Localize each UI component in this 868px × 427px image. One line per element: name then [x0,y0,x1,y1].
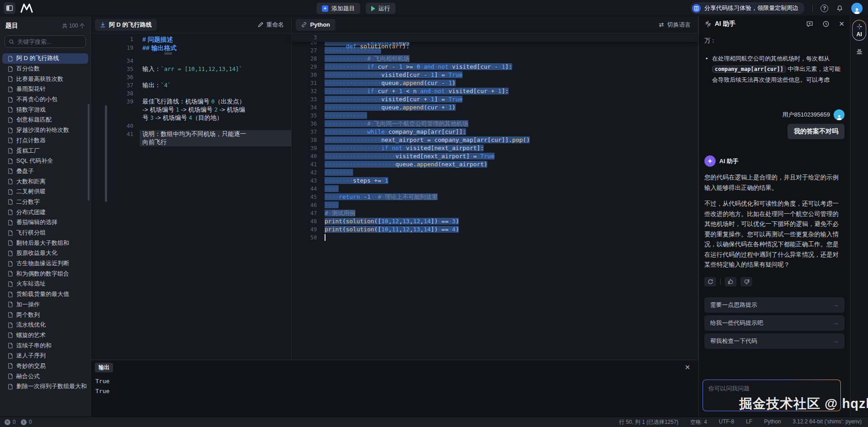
sidebar-item[interactable]: 连续子串的和 [2,340,88,351]
sidebar-item[interactable]: 火车站选址 [2,279,88,289]
sidebar-item[interactable]: 不再贪心的小包 [2,94,88,105]
code-line[interactable]: 28············#·飞向相邻机场 [292,55,698,63]
warnings-icon[interactable]: ! [21,419,27,425]
markdown-line[interactable]: 39最佳飞行路线：机场编号 0（出发点） -> 机场编号 1 -> 机场编号 2… [91,98,291,122]
output-close-button[interactable]: ✕ [684,363,690,372]
code-line[interactable]: 49print(solution([10,11,12,13,14])·==·4) [292,225,698,234]
code-line[interactable]: 39················if·not·visited[next_ai… [292,144,698,152]
promo-banner[interactable]: 分享代码练习体验，领限量定制周边 [690,2,805,14]
code-line[interactable]: 48print(solution([10,12,13,12,14])·==·3) [292,217,698,225]
sidebar-toggle-button[interactable] [4,2,15,14]
help-icon[interactable]: ? [821,5,828,12]
debug-button[interactable] [855,48,863,58]
history-icon[interactable] [822,20,830,28]
status-item[interactable]: LF [746,418,752,426]
folded-region-marker[interactable] [91,52,291,57]
sidebar-item[interactable]: 和为偶数的数字组合 [2,268,88,279]
sidebar-item[interactable]: 加一操作 [2,300,88,310]
code-line[interactable]: 32············if·cur·+·1·<·n·and·not·vis… [292,87,698,95]
sidebar-item[interactable]: 番茄编辑的选择 [2,217,88,228]
sidebar-item[interactable]: 货船载货量的最大值 [2,289,88,300]
sidebar-item[interactable]: 删除一次得到子数组最大和 [2,381,88,392]
markdown-line[interactable]: 19## 输出格式 [91,44,291,52]
markdown-line[interactable]: 1# 问题描述 [91,35,291,44]
markdown-editor[interactable]: 1# 问题描述19## 输出格式3435输入：`arr = [10,11,12,… [91,35,291,146]
problem-scrollbar[interactable] [105,105,107,202]
sidebar-item[interactable]: 阿 D 的飞行路线 [2,53,88,64]
code-line[interactable]: 36············#·飞向同一个航空公司管理的其他机场 [292,120,698,128]
code-line[interactable]: 41····················queue.append(next_… [292,160,698,169]
markdown-line[interactable]: 36 [91,73,291,81]
close-icon[interactable]: ✕ [839,20,844,28]
suggestion-button[interactable]: 需要一点思路提示→ [704,297,844,313]
bell-icon[interactable] [836,5,844,12]
search-input[interactable] [17,38,82,45]
status-item[interactable]: 空格: 4 [690,418,707,426]
sidebar-item[interactable]: 暴雨梨花针 [2,84,88,94]
code-line[interactable]: 38················next_airport·=·company… [292,136,698,144]
sidebar-item[interactable]: 穿越沙漠的补给次数 [2,125,88,136]
sidebar-item[interactable]: 流水线优化 [2,320,88,330]
sidebar-item[interactable]: 奇妙的交易 [2,361,88,371]
thumbs-down-button[interactable] [741,277,752,286]
new-chat-icon[interactable] [806,20,813,28]
regenerate-button[interactable] [704,277,716,286]
code-line[interactable]: 46···· [292,201,698,209]
sidebar-item[interactable]: 两个数列 [2,310,88,320]
sidebar-item[interactable]: 比赛最高获胜次数 [2,74,88,84]
suggestion-button[interactable]: 帮我检查一下代码→ [704,333,844,349]
run-button[interactable]: 运行 [366,3,396,14]
sidebar-item[interactable]: 螺旋的艺术 [2,330,88,341]
sidebar-item[interactable]: 古生物血缘远近判断 [2,258,88,269]
markdown-line[interactable]: 37输出：`4` [91,81,291,89]
search-box[interactable] [5,35,86,48]
code-line[interactable]: 30················visited[cur·-·1]·=·Tru… [292,71,698,79]
sidebar-item[interactable]: 打点计数器 [2,136,88,146]
sidebar-item[interactable]: 猜数字游戏 [2,104,88,115]
code-line[interactable]: 35············ [292,112,698,120]
code-line[interactable]: 29············if·cur·-·1·>=·0·and·not·vi… [292,63,698,71]
language-tab[interactable]: Python [296,19,335,31]
code-line[interactable]: 43········steps·+=·1 [292,177,698,185]
switch-language-button[interactable]: 切换语言 [658,21,691,29]
code-line[interactable]: 50 [292,234,698,242]
markdown-line[interactable]: 38 [91,89,291,98]
suggestion-button[interactable]: 给我一些代码提示吧→ [704,315,844,331]
sticky-code-line[interactable]: 3def solution(arr): [292,33,698,42]
sidebar-item[interactable]: 融合公式 [2,371,88,381]
code-line[interactable]: 33················visited[cur·+·1]·=·Tru… [292,95,698,103]
markdown-line[interactable]: 40 [91,122,291,130]
status-item[interactable]: 行 50, 列 1 (已选择1257) [619,418,678,426]
markdown-line[interactable]: 35输入：`arr = [10,11,12,13,14]` [91,65,291,73]
code-line[interactable]: 42········ [292,169,698,177]
sidebar-item[interactable]: 分布式团建 [2,207,88,217]
errors-icon[interactable]: ✕ [5,419,10,425]
rename-button[interactable]: 重命名 [258,21,284,29]
markdown-line[interactable]: 34 [91,57,291,65]
sidebar-item[interactable]: SQL 代码补全 [2,156,88,166]
user-avatar[interactable] [851,3,863,14]
status-item[interactable]: 3.12.2 64-bit ('shims': pyenv) [793,418,862,426]
add-problem-button[interactable]: + 添加题目 [316,3,360,14]
code-line[interactable]: 44···· [292,185,698,193]
sidebar-item[interactable]: 百分位数 [2,64,88,74]
code-line[interactable]: 40····················visited[next_airpo… [292,152,698,160]
markdown-line[interactable]: 41说明：数组中均为不同机场，只能逐一向前飞行 [91,130,291,146]
code-line[interactable]: 45····return·-1··#·理论上不可能到这里 [292,193,698,201]
output-tab[interactable]: 输出 [95,363,113,372]
status-item[interactable]: UTF-8 [719,418,734,426]
sidebar-item[interactable]: 蛋糕工厂 [2,145,88,156]
code-area[interactable]: 26············return·steps27············… [292,38,698,242]
sidebar-scrollbar[interactable] [88,104,90,201]
ai-assistant-button[interactable]: AI [852,20,866,41]
sidebar-item[interactable]: 二分数字 [2,197,88,207]
code-line[interactable]: 37············while·company_map[arr[cur]… [292,128,698,136]
code-line[interactable]: 34················queue.append(cur·+·1) [292,103,698,112]
sidebar-item[interactable]: 股票收益最大化 [2,248,88,258]
code-line[interactable]: 47#·测试用例 [292,209,698,217]
sidebar-item[interactable]: 创意标题匹配 [2,115,88,125]
code-line[interactable]: 31················queue.append(cur·-·1) [292,79,698,87]
sidebar-item[interactable]: 叠盘子 [2,166,88,177]
sidebar-item[interactable]: 飞行棋分组 [2,228,88,238]
status-item[interactable]: Python [764,418,781,426]
